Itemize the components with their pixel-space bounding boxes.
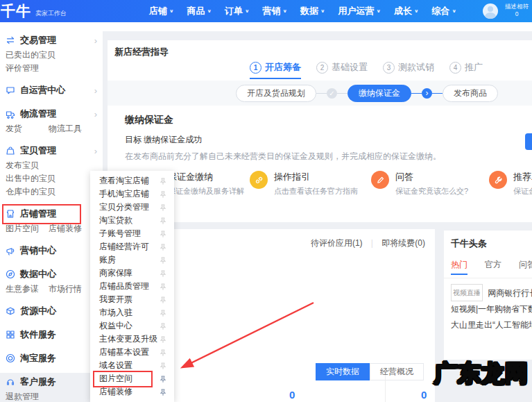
topbar-menu-item[interactable]: 商品 ∨ bbox=[187, 5, 212, 17]
flyout-menu-item[interactable]: 宝贝分类管理 bbox=[90, 201, 174, 214]
news-item[interactable]: 视频直播 网商银行行长直 bbox=[451, 284, 532, 301]
progress-line bbox=[337, 93, 347, 94]
flyout-menu-item[interactable]: 子账号管理 bbox=[90, 227, 174, 240]
flyout-menu-item[interactable]: 手机淘宝店铺 bbox=[90, 187, 174, 201]
pin-icon[interactable] bbox=[160, 362, 166, 369]
sidebar-link[interactable]: 已卖出的宝贝 bbox=[6, 49, 55, 62]
pin-icon[interactable] bbox=[160, 217, 166, 224]
pin-icon[interactable] bbox=[160, 376, 166, 383]
guide-step[interactable]: 4 推广 bbox=[449, 61, 483, 74]
sidebar-link[interactable]: 仓库中的宝贝 bbox=[6, 185, 55, 199]
topbar-menu-item[interactable]: 数据 ∨ bbox=[300, 5, 325, 17]
user-metric[interactable]: 描述相符 0 bbox=[502, 3, 531, 18]
topbar-menu-item[interactable]: 成长 ∨ bbox=[394, 5, 419, 17]
pin-icon[interactable] bbox=[160, 336, 166, 343]
sidebar-link[interactable]: 发布宝贝 bbox=[6, 159, 44, 172]
sidebar-group-title[interactable]: 货源中心 › bbox=[6, 303, 97, 319]
sidebar-link[interactable]: 发货 bbox=[6, 122, 44, 135]
pin-icon[interactable] bbox=[160, 178, 166, 185]
tab-business-overview[interactable]: 经营概况 bbox=[370, 363, 424, 380]
pin-icon[interactable] bbox=[160, 231, 166, 237]
topbar-menu-item[interactable]: 营销 ∨ bbox=[263, 5, 288, 17]
pin-icon[interactable] bbox=[160, 257, 166, 264]
flyout-menu-item[interactable]: 主体变更及升级 bbox=[90, 333, 174, 346]
tab-hot[interactable]: 热门 bbox=[451, 259, 467, 271]
help-link[interactable]: 问答 保证金究竟该怎么交? bbox=[371, 171, 468, 196]
renew-soon-link[interactable]: 即将续费(0) bbox=[381, 237, 425, 249]
task-description: 在发布商品前充分了解自己未来经营类目的保证金及规则，并完成相应的保证金缴纳。 bbox=[125, 151, 441, 162]
pin-icon[interactable] bbox=[160, 204, 166, 211]
news-item[interactable]: 大山里走出“人工智能培育 bbox=[451, 317, 532, 333]
flyout-menu-item[interactable]: 我要开票 bbox=[90, 293, 174, 306]
topbar-menu-item[interactable]: 订单 ∨ bbox=[225, 5, 250, 17]
sidebar-group-label: 货源中心 bbox=[20, 305, 56, 317]
pin-icon[interactable] bbox=[160, 389, 166, 396]
tab-realtime-data[interactable]: 实时数据 bbox=[316, 363, 370, 380]
flyout-menu-item[interactable]: 商家保障 bbox=[90, 267, 174, 280]
pin-icon[interactable] bbox=[160, 244, 166, 251]
pin-icon[interactable] bbox=[160, 323, 166, 330]
topbar-menu-label: 综合 bbox=[432, 5, 450, 17]
pin-icon[interactable] bbox=[160, 310, 166, 317]
pin-icon[interactable] bbox=[160, 349, 166, 356]
sidebar-link[interactable]: 物流工具 bbox=[49, 122, 87, 135]
sidebar-group-title[interactable]: 物流管理 › bbox=[6, 106, 97, 122]
flyout-menu-item[interactable]: 淘宝贷款 bbox=[90, 214, 174, 227]
flyout-menu-item[interactable]: 图片空间 bbox=[90, 372, 174, 385]
avatar[interactable] bbox=[483, 3, 498, 19]
pin-icon[interactable] bbox=[160, 270, 166, 277]
chevron-down-icon: ∨ bbox=[320, 8, 325, 13]
sidebar-group-title[interactable]: 宝贝管理 › bbox=[6, 142, 97, 159]
step-label: 推广 bbox=[465, 61, 483, 74]
sidebar-group-title[interactable]: 营销中心 › bbox=[6, 242, 97, 259]
topbar-menu-item[interactable]: 综合 ∨ bbox=[432, 5, 457, 17]
topbar-menu-label: 数据 bbox=[300, 5, 318, 17]
user-metric-label: 描述相符 bbox=[502, 3, 531, 10]
flyout-menu-item[interactable]: 店铺基本设置 bbox=[90, 346, 174, 359]
flyout-menu-item[interactable]: 账房 bbox=[90, 253, 174, 267]
pin-icon[interactable] bbox=[160, 283, 166, 290]
flyout-menu-item[interactable]: 市场入驻 bbox=[90, 306, 174, 319]
flyout-menu-item[interactable]: 店铺经营许可 bbox=[90, 240, 174, 253]
tab-qa[interactable]: 问答 bbox=[519, 259, 532, 271]
sidebar-group-title[interactable]: 淘宝服务 › bbox=[6, 350, 97, 367]
step-label: 基础设置 bbox=[332, 61, 368, 74]
sidebar-group-title[interactable]: 客户服务 › bbox=[6, 374, 97, 390]
progress-pill-todo[interactable]: 发布商品 bbox=[443, 85, 498, 102]
sidebar-group-links: 发货物流工具 bbox=[6, 122, 97, 135]
topbar-menu-item[interactable]: 店铺 ∨ bbox=[149, 5, 174, 17]
flyout-menu-item[interactable]: 权益中心 bbox=[90, 319, 174, 333]
sidebar-group-title[interactable]: 数据中心 › bbox=[6, 266, 97, 283]
sidebar-group-title[interactable]: 店铺管理 › bbox=[6, 206, 97, 222]
sidebar-link[interactable]: 评价管理 bbox=[6, 62, 44, 75]
help-link[interactable]: 操作指引 点击查看该任务官方指南 bbox=[250, 171, 358, 196]
progress-pill-done[interactable]: 开店及货品规划 bbox=[236, 85, 316, 102]
sidebar-link[interactable]: 出售中的宝贝 bbox=[6, 172, 55, 185]
chevron-down-icon: ∨ bbox=[283, 8, 288, 13]
task-action-button[interactable] bbox=[525, 133, 532, 150]
sidebar-group-title[interactable]: 软件服务 › bbox=[6, 326, 97, 343]
sidebar-group-title[interactable]: 自运营中心 › bbox=[6, 82, 97, 99]
news-item[interactable]: 短视频|一年购物省下数十 bbox=[451, 301, 532, 317]
guide-step[interactable]: 3 测款试销 bbox=[383, 61, 434, 74]
guide-step[interactable]: 2 基础设置 bbox=[316, 61, 368, 74]
separator: ｜ bbox=[368, 237, 377, 249]
guide-step[interactable]: 1 开店筹备 bbox=[250, 61, 301, 74]
flyout-menu-item[interactable]: 查看淘宝店铺 bbox=[90, 174, 174, 187]
progress-pill-active[interactable]: 缴纳保证金 bbox=[347, 85, 411, 102]
sidebar-group-title[interactable]: 交易管理 › bbox=[6, 32, 97, 49]
sidebar-link[interactable]: 生意参谋 bbox=[6, 283, 44, 296]
pencil-icon bbox=[376, 176, 385, 185]
tab-official[interactable]: 官方 bbox=[485, 259, 501, 271]
help-link[interactable]: 推荐工 保证金 bbox=[489, 171, 532, 196]
customer-service-icon bbox=[6, 377, 15, 387]
sidebar-link[interactable]: 市场行情 bbox=[49, 283, 87, 296]
pin-icon[interactable] bbox=[160, 296, 166, 303]
sidebar-link[interactable]: 退款管理 bbox=[6, 390, 44, 402]
stat-value: 0 bbox=[289, 389, 295, 401]
guide-progress: 开店及货品规划 ✓ 缴纳保证金 › 发布商品 bbox=[108, 81, 532, 106]
pin-icon[interactable] bbox=[160, 191, 166, 198]
flyout-menu-item[interactable]: 店铺品质管理 bbox=[90, 280, 174, 293]
topbar-menu-item[interactable]: 用户运营 ∨ bbox=[338, 5, 381, 17]
pending-review-apps-link[interactable]: 待评价应用(1) bbox=[311, 237, 363, 249]
